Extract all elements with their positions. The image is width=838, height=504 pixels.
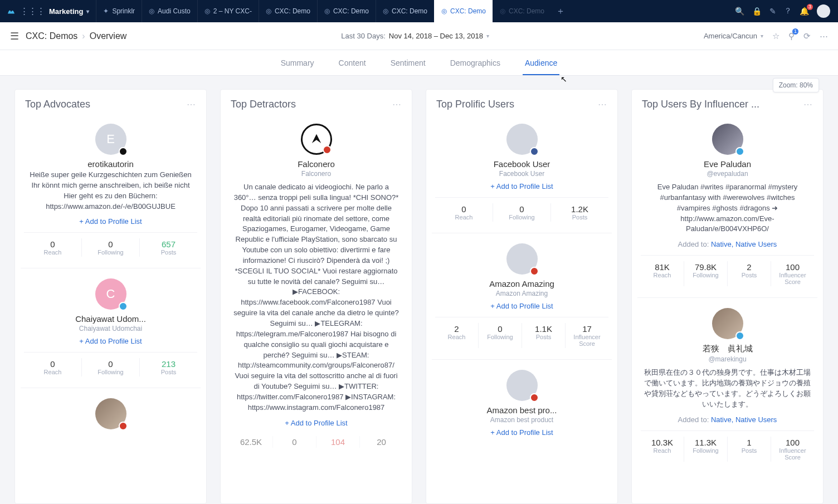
panel-title: Top Prolific Users	[436, 99, 514, 110]
chevron-down-icon: ▾	[486, 33, 489, 39]
chevron-down-icon: ▾	[761, 33, 763, 39]
top-tab-active[interactable]: ◎CXC: Demo	[434, 0, 493, 22]
date-range-label: Last 30 Days:	[341, 32, 386, 40]
user-stats: 10.3KReach 11.3KFollowing 1Posts 100Infl…	[641, 430, 814, 462]
user-avatar[interactable]: C	[95, 278, 126, 310]
panel-top-prolific-users: Top Prolific Users ⋯ Facebook User Faceb…	[426, 89, 618, 504]
filter-icon[interactable]: ⚲1	[788, 31, 795, 41]
user-name[interactable]: Facebook User	[435, 159, 608, 169]
user-avatar[interactable]: E	[95, 124, 126, 155]
user-bio: Eve Paludan #writes #paranormal #mystery…	[641, 182, 814, 234]
user-handle: Facebook User	[435, 170, 608, 178]
top-tab[interactable]: ◎2 – NY CXC-	[197, 0, 259, 22]
top-tab[interactable]: ◎Audi Custo	[142, 0, 197, 22]
tab-icon: ◎	[324, 7, 330, 15]
panel-top-advocates: Top Advocates ⋯ E erotikautorin Heiße su…	[14, 89, 207, 504]
user-avatar[interactable]	[817, 4, 830, 18]
add-to-profile-list-link[interactable]: + Add to Profile List	[435, 302, 608, 310]
user-card: E erotikautorin Heiße super geile Kurzge…	[21, 119, 201, 265]
more-icon[interactable]: ⋯	[820, 31, 828, 41]
panel-menu-icon[interactable]: ⋯	[187, 99, 196, 110]
panel-title: Top Users By Influencer ...	[642, 99, 759, 110]
filter-count-badge: 1	[792, 28, 798, 35]
user-avatar[interactable]	[506, 243, 538, 275]
bell-icon[interactable]: 🔔3	[800, 7, 809, 16]
section-tabs: Summary Content Sentiment Demographics A…	[0, 50, 838, 76]
user-avatar[interactable]	[506, 124, 538, 155]
user-card: Falconero Falconero Un canale dedicato a…	[226, 119, 406, 456]
notification-badge: 3	[807, 4, 813, 10]
tab-content[interactable]: Content	[337, 58, 368, 75]
user-avatar[interactable]	[95, 398, 126, 429]
zoom-indicator: Zoom: 80%	[773, 78, 819, 92]
add-to-profile-list-link[interactable]: + Add to Profile List	[230, 419, 403, 427]
date-range-value: Nov 14, 2018 – Dec 13, 2018	[389, 32, 483, 40]
panel-title: Top Advocates	[25, 99, 90, 110]
breadcrumb-current: Overview	[90, 31, 127, 41]
top-tab[interactable]: ✦Sprinklr	[96, 0, 142, 22]
top-tab[interactable]: ◎CXC: Demo	[493, 0, 551, 22]
breadcrumb: CXC: Demos › Overview	[26, 31, 126, 41]
tab-demographics[interactable]: Demographics	[448, 58, 503, 75]
tab-summary[interactable]: Summary	[279, 58, 316, 75]
user-name[interactable]: 若狭 眞礼城	[641, 344, 814, 354]
user-handle: @marekingu	[641, 355, 814, 363]
tab-audience[interactable]: Audience	[523, 58, 559, 75]
user-name[interactable]: Amazon best pro...	[435, 405, 608, 415]
cursor-icon: ↖	[561, 76, 567, 84]
user-card: Amazon best pro... Amazon best product +…	[432, 359, 612, 446]
network-badge-icon	[119, 302, 128, 311]
breadcrumb-parent[interactable]: CXC: Demos	[26, 31, 77, 41]
top-tab[interactable]: ◎CXC: Demo	[259, 0, 317, 22]
add-tab-button[interactable]: ＋	[551, 0, 570, 22]
top-tab[interactable]: ◎CXC: Demo	[376, 0, 434, 22]
network-badge-icon	[119, 422, 128, 430]
network-badge-icon	[735, 147, 744, 156]
user-handle: Falconero	[230, 170, 403, 178]
help-icon[interactable]: ？	[784, 6, 792, 16]
user-avatar[interactable]	[506, 370, 538, 401]
add-to-profile-list-link[interactable]: + Add to Profile List	[24, 337, 197, 345]
panel-menu-icon[interactable]: ⋯	[598, 99, 607, 110]
user-name[interactable]: Amazon Amazing	[435, 279, 608, 288]
menu-icon[interactable]: ☰	[10, 30, 19, 42]
app-logo[interactable]	[0, 0, 22, 22]
subheader: ☰ CXC: Demos › Overview Last 30 Days: No…	[0, 22, 838, 50]
user-avatar[interactable]	[301, 124, 332, 155]
add-to-profile-list-link[interactable]: + Add to Profile List	[24, 217, 197, 226]
favorite-icon[interactable]: ☆	[772, 31, 779, 41]
date-range-picker[interactable]: Last 30 Days: Nov 14, 2018 – Dec 13, 201…	[133, 32, 697, 40]
user-name[interactable]: Chaiyawat Udom...	[24, 314, 197, 324]
apps-grid-icon[interactable]: ⋮⋮⋮	[22, 0, 42, 22]
user-name[interactable]: erotikautorin	[24, 159, 197, 169]
user-handle: Chaiyawat Udomchai	[24, 325, 197, 332]
add-to-profile-list-link[interactable]: + Add to Profile List	[435, 428, 608, 437]
panel-top-detractors: Top Detractors ⋯ Falconero Falconero Un …	[220, 89, 412, 504]
user-name[interactable]: Eve Paludan	[641, 159, 814, 169]
user-stats: 0Reach 0Following 657Posts	[24, 232, 197, 257]
refresh-icon[interactable]: ⟳	[803, 31, 811, 41]
network-badge-icon	[530, 147, 539, 156]
tab-icon: ◎	[500, 7, 505, 15]
tab-icon: ◎	[441, 7, 447, 15]
tab-icon: ✦	[103, 7, 109, 15]
panel-top-influencers: Top Users By Influencer ... ⋯ Eve Paluda…	[631, 89, 824, 504]
user-bio: Un canale dedicato ai videogiochi. Ne pa…	[230, 182, 403, 413]
user-avatar[interactable]	[712, 308, 743, 339]
search-icon[interactable]: 🔍	[735, 7, 744, 16]
lock-icon[interactable]: 🔒	[752, 7, 762, 16]
user-stats: 62.5K 0 104 20	[230, 434, 403, 448]
workspace-picker[interactable]: Marketing ▾	[42, 0, 96, 22]
panel-menu-icon[interactable]: ⋯	[803, 99, 813, 110]
network-badge-icon	[530, 393, 539, 402]
add-to-profile-list-link[interactable]: + Add to Profile List	[435, 182, 608, 190]
top-tab[interactable]: ◎CXC: Demo	[317, 0, 376, 22]
user-name[interactable]: Falconero	[230, 159, 403, 169]
tab-sentiment[interactable]: Sentiment	[388, 58, 428, 75]
user-avatar[interactable]	[712, 124, 743, 155]
user-card: Eve Paludan @evepaludan Eve Paludan #wri…	[637, 119, 817, 294]
panel-menu-icon[interactable]: ⋯	[392, 99, 402, 110]
top-tabstrip: ✦Sprinklr ◎Audi Custo ◎2 – NY CXC- ◎CXC:…	[96, 0, 732, 22]
timezone-picker[interactable]: America/Cancun ▾	[704, 32, 763, 40]
edit-icon[interactable]: ✎	[769, 7, 776, 16]
